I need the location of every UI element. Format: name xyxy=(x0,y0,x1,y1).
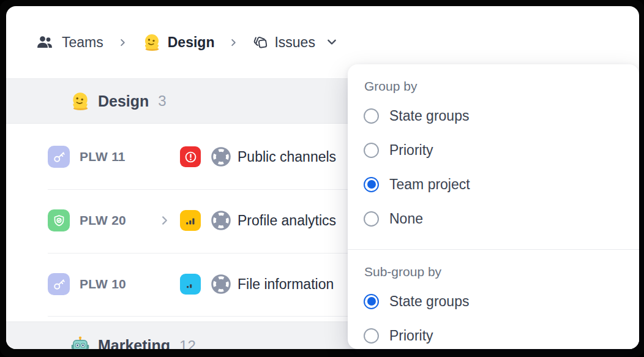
option-team-project[interactable]: Team project xyxy=(348,167,639,201)
issue-title: Public channels xyxy=(238,149,336,165)
breadcrumb-project[interactable]: Design xyxy=(168,34,215,51)
sub-option-priority[interactable]: Priority xyxy=(348,318,639,349)
option-none[interactable]: None xyxy=(348,201,639,236)
priority-urgent-icon[interactable] xyxy=(180,146,201,167)
status-icon[interactable] xyxy=(210,273,232,295)
app-window: Teams Design xyxy=(0,0,644,357)
section-divider xyxy=(348,249,639,250)
group-count: 12 xyxy=(179,337,196,350)
group-count: 3 xyxy=(158,92,166,110)
breadcrumb-teams[interactable]: Teams xyxy=(62,34,103,51)
issue-title: Profile analytics xyxy=(238,212,336,229)
expand-chevron-icon[interactable] xyxy=(159,215,170,226)
issue-id: PLW 10 xyxy=(80,277,126,291)
radio-unselected-icon[interactable] xyxy=(364,108,379,124)
priority-high-icon[interactable] xyxy=(180,210,201,231)
melting-face-emoji-icon xyxy=(70,91,91,111)
priority-low-icon[interactable] xyxy=(180,274,201,295)
status-icon[interactable] xyxy=(210,146,232,168)
chevron-right-icon xyxy=(118,38,127,47)
chevron-right-icon xyxy=(229,38,238,47)
breadcrumb: Teams Design xyxy=(36,28,338,56)
melting-face-emoji-icon xyxy=(142,32,162,52)
breadcrumb-view[interactable]: Issues xyxy=(274,34,315,51)
radio-unselected-icon[interactable] xyxy=(364,143,379,158)
key-icon xyxy=(48,146,70,168)
sub-group-by-label: Sub-group by xyxy=(364,265,639,279)
key-icon xyxy=(48,273,70,295)
shield-check-icon xyxy=(48,209,70,231)
sub-option-state-groups[interactable]: State groups xyxy=(348,284,639,318)
issue-title: File information xyxy=(238,276,334,293)
group-name: Marketing xyxy=(98,337,170,349)
option-priority[interactable]: Priority xyxy=(348,133,639,167)
radio-unselected-icon[interactable] xyxy=(364,211,379,227)
teams-people-icon xyxy=(36,33,54,51)
group-by-label: Group by xyxy=(364,79,639,94)
radio-selected-icon[interactable] xyxy=(364,177,379,192)
status-icon[interactable] xyxy=(210,209,232,231)
chevron-down-icon[interactable] xyxy=(326,36,338,48)
radio-selected-icon[interactable] xyxy=(364,294,379,309)
issue-id: PLW 11 xyxy=(80,149,125,164)
radio-unselected-icon[interactable] xyxy=(364,328,379,344)
group-name: Design xyxy=(98,92,149,110)
option-state-groups[interactable]: State groups xyxy=(348,99,639,133)
issue-id: PLW 20 xyxy=(80,213,126,228)
robot-emoji-icon xyxy=(70,336,91,350)
issues-layers-icon xyxy=(253,34,269,51)
display-options-dropdown: Group by State groups Priority Team proj… xyxy=(348,64,639,349)
